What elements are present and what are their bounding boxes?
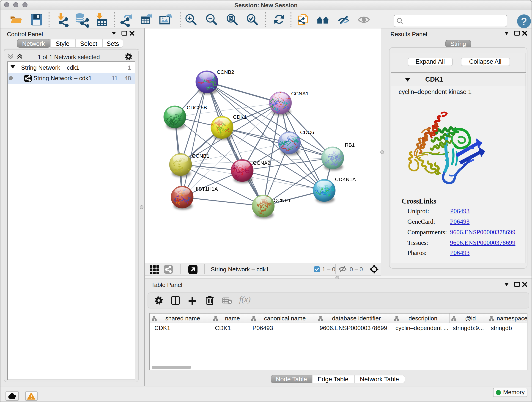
svg-text:?: ?	[521, 16, 527, 27]
svg-text:CDK1: CDK1	[233, 114, 247, 120]
svg-text:CDC6: CDC6	[300, 129, 314, 135]
svg-text:CCNA2: CCNA2	[253, 160, 270, 166]
svg-text:CDKN1A: CDKN1A	[335, 177, 356, 182]
svg-text:RB1: RB1	[345, 142, 355, 148]
svg-text:HIST1H1A: HIST1H1A	[193, 186, 218, 192]
svg-text:CDC25B: CDC25B	[187, 105, 207, 110]
svg-text:CCNE1: CCNE1	[273, 198, 291, 203]
svg-text:CCNB2: CCNB2	[217, 69, 234, 75]
svg-text:CCNB1: CCNB1	[192, 153, 209, 159]
svg-text:CCNA1: CCNA1	[291, 91, 309, 96]
